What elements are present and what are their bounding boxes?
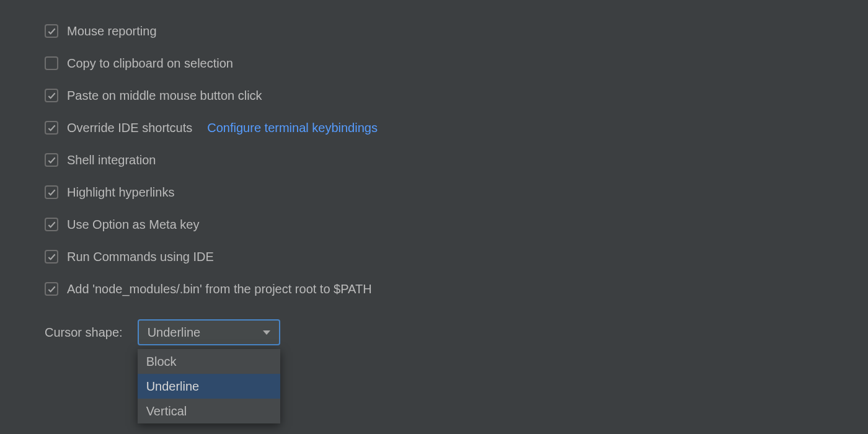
checkbox-paste-middle-click[interactable] (45, 89, 58, 102)
label-mouse-reporting[interactable]: Mouse reporting (67, 24, 157, 38)
checkbox-highlight-links[interactable] (45, 185, 58, 199)
select-cursor-shape-value: Underline (148, 326, 201, 340)
label-paste-middle-click[interactable]: Paste on middle mouse button click (67, 89, 262, 103)
checkbox-run-commands-ide[interactable] (45, 250, 58, 264)
dropdown-item-label: Underline (146, 379, 200, 394)
dropdown-item-block[interactable]: Block (138, 349, 280, 374)
dropdown-item-underline[interactable]: Underline (138, 374, 280, 399)
label-option-as-meta[interactable]: Use Option as Meta key (67, 218, 199, 232)
dropdown-item-label: Vertical (146, 404, 187, 418)
checkbox-node-modules-bin[interactable] (45, 282, 58, 296)
checkbox-option-as-meta[interactable] (45, 218, 58, 231)
label-shell-integration[interactable]: Shell integration (67, 153, 156, 167)
dropdown-item-label: Block (146, 355, 177, 369)
checkbox-shell-integration[interactable] (45, 153, 58, 167)
terminal-settings-panel: Mouse reporting Copy to clipboard on sel… (0, 0, 868, 347)
link-configure-keybindings[interactable]: Configure terminal keybindings (207, 121, 378, 135)
label-cursor-shape: Cursor shape: (45, 326, 123, 340)
checkbox-copy-on-selection[interactable] (45, 56, 58, 70)
checkbox-override-shortcuts[interactable] (45, 121, 58, 135)
dropdown-item-vertical[interactable]: Vertical (138, 399, 280, 423)
chevron-down-icon (263, 330, 270, 335)
select-cursor-shape[interactable]: Underline (138, 319, 280, 345)
checkbox-mouse-reporting[interactable] (45, 24, 58, 38)
label-highlight-links[interactable]: Highlight hyperlinks (67, 185, 174, 200)
dropdown-cursor-shape: Block Underline Vertical (138, 349, 280, 423)
label-node-modules-bin[interactable]: Add 'node_modules/.bin' from the project… (67, 282, 372, 296)
label-run-commands-ide[interactable]: Run Commands using IDE (67, 250, 214, 264)
label-copy-on-selection[interactable]: Copy to clipboard on selection (67, 56, 233, 71)
label-override-shortcuts[interactable]: Override IDE shortcuts (67, 121, 192, 135)
